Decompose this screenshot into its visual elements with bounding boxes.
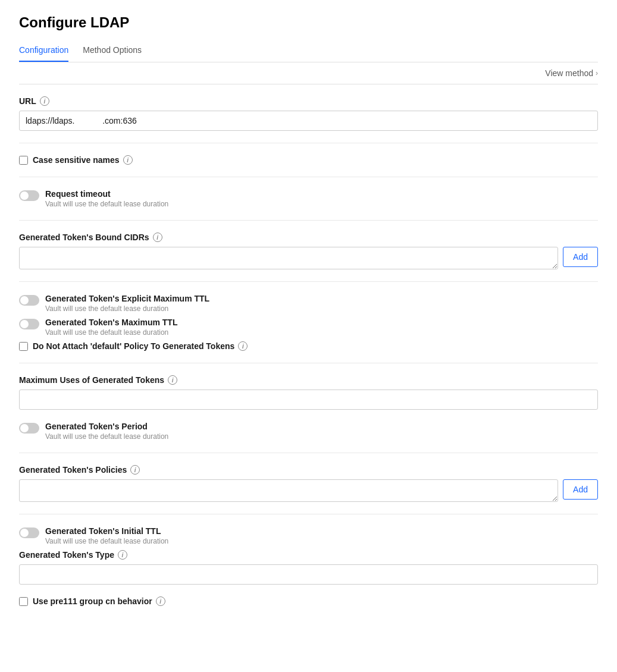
initial-ttl-toggle[interactable]: [19, 527, 39, 538]
policies-info-icon[interactable]: i: [130, 465, 140, 475]
case-sensitive-section: Case sensitive names i: [19, 155, 598, 165]
policies-section: Generated Token's Policies i Add: [19, 465, 598, 502]
bound-cidrs-add-button[interactable]: Add: [563, 247, 598, 267]
no-default-policy-section: Do Not Attach 'default' Policy To Genera…: [19, 341, 598, 351]
bound-cidrs-info-icon[interactable]: i: [153, 233, 162, 242]
token-type-info-icon[interactable]: i: [118, 550, 127, 560]
token-type-label: Generated Token's Type i: [19, 550, 598, 560]
divider-7: [19, 514, 598, 514]
period-text: Generated Token's Period Vault will use …: [45, 422, 168, 441]
max-ttl-toggle[interactable]: [19, 319, 39, 329]
policies-input-wrapper: Add: [19, 479, 598, 502]
pre111-checkbox[interactable]: [19, 597, 28, 606]
token-type-input[interactable]: default: [19, 564, 598, 585]
view-method-link[interactable]: View method ›: [545, 68, 598, 78]
initial-ttl-section: Generated Token's Initial TTL Vault will…: [19, 526, 598, 545]
url-input[interactable]: [19, 111, 598, 131]
request-timeout-toggle[interactable]: [19, 190, 39, 201]
pre111-section: Use pre111 group cn behavior i: [19, 596, 598, 606]
view-method-bar: View method ›: [19, 62, 598, 84]
no-default-policy-checkbox[interactable]: [19, 342, 28, 351]
token-type-section: Generated Token's Type i default: [19, 550, 598, 585]
url-input-wrapper: [19, 111, 598, 131]
case-sensitive-info-icon[interactable]: i: [123, 155, 133, 165]
no-default-policy-label: Do Not Attach 'default' Policy To Genera…: [33, 341, 248, 351]
url-info-icon[interactable]: i: [40, 96, 49, 106]
period-toggle[interactable]: [19, 423, 39, 434]
tab-configuration[interactable]: Configuration: [19, 40, 68, 62]
pre111-label: Use pre111 group cn behavior i: [33, 596, 165, 606]
request-timeout-text: Request timeout Vault will use the defau…: [45, 189, 168, 208]
bound-cidrs-input[interactable]: [19, 247, 558, 269]
request-timeout-section: Request timeout Vault will use the defau…: [19, 189, 598, 208]
policies-label: Generated Token's Policies i: [19, 465, 598, 475]
divider-1: [19, 143, 598, 143]
explicit-max-ttl-section: Generated Token's Explicit Maximum TTL V…: [19, 294, 598, 313]
bound-cidrs-label: Generated Token's Bound CIDRs i: [19, 233, 598, 242]
pre111-info-icon[interactable]: i: [156, 596, 165, 606]
max-uses-section: Maximum Uses of Generated Tokens i: [19, 375, 598, 410]
max-uses-info-icon[interactable]: i: [168, 375, 177, 385]
explicit-max-ttl-text: Generated Token's Explicit Maximum TTL V…: [45, 294, 209, 313]
case-sensitive-checkbox[interactable]: [19, 156, 28, 165]
divider-2: [19, 177, 598, 177]
policies-input[interactable]: [19, 479, 558, 502]
bound-cidrs-section: Generated Token's Bound CIDRs i Add: [19, 233, 598, 269]
policies-add-button[interactable]: Add: [563, 479, 598, 500]
view-method-label: View method: [545, 68, 593, 78]
divider-4: [19, 281, 598, 282]
max-ttl-section: Generated Token's Maximum TTL Vault will…: [19, 318, 598, 337]
period-section: Generated Token's Period Vault will use …: [19, 422, 598, 441]
initial-ttl-text: Generated Token's Initial TTL Vault will…: [45, 526, 168, 545]
explicit-max-ttl-toggle[interactable]: [19, 295, 39, 306]
divider-3: [19, 220, 598, 221]
url-label: URL i: [19, 96, 598, 106]
max-uses-label: Maximum Uses of Generated Tokens i: [19, 375, 598, 385]
url-section: URL i: [19, 96, 598, 131]
case-sensitive-label: Case sensitive names i: [33, 155, 133, 165]
no-default-policy-info-icon[interactable]: i: [238, 341, 248, 351]
bound-cidrs-input-wrapper: Add: [19, 247, 598, 269]
max-ttl-text: Generated Token's Maximum TTL Vault will…: [45, 318, 177, 337]
tabs-bar: Configuration Method Options: [19, 40, 598, 62]
max-uses-input[interactable]: [19, 390, 598, 410]
divider-5: [19, 363, 598, 363]
chevron-right-icon: ›: [596, 69, 598, 77]
tab-method-options[interactable]: Method Options: [83, 40, 142, 62]
divider-6: [19, 453, 598, 453]
page-title: Configure LDAP: [19, 14, 598, 31]
